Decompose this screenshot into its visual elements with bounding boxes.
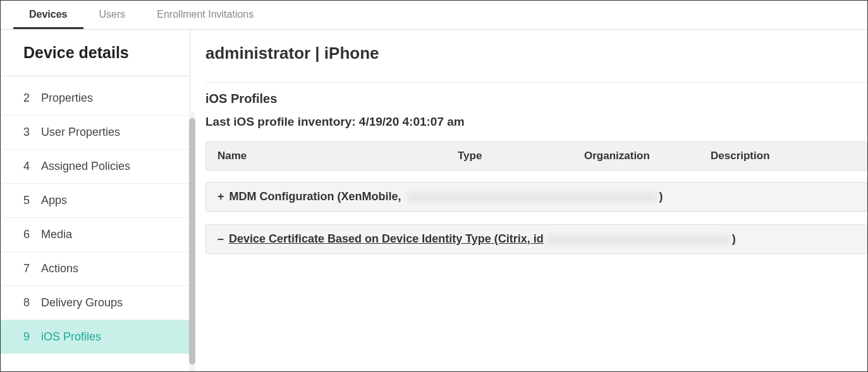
main-area: Device details 2 Properties 3 User Prope… bbox=[1, 30, 867, 371]
col-org: Organization bbox=[584, 150, 711, 162]
sidebar-title: Device details bbox=[1, 30, 190, 76]
sidebar-item-properties[interactable]: 2 Properties bbox=[1, 81, 190, 116]
sidebar-item-num: 7 bbox=[23, 262, 32, 275]
label-suffix: ) bbox=[659, 190, 663, 203]
col-name: Name bbox=[217, 150, 458, 162]
inventory-subtitle: Last iOS profile inventory: 4/19/20 4:01… bbox=[205, 115, 867, 129]
sidebar: Device details 2 Properties 3 User Prope… bbox=[1, 30, 190, 371]
sidebar-list: 2 Properties 3 User Properties 4 Assigne… bbox=[1, 81, 190, 354]
tab-devices[interactable]: Devices bbox=[13, 1, 83, 29]
sidebar-item-label: Media bbox=[41, 228, 72, 241]
sidebar-item-ios-profiles[interactable]: 9 iOS Profiles bbox=[1, 320, 190, 354]
sidebar-item-num: 8 bbox=[23, 296, 32, 309]
expand-icon: + bbox=[217, 190, 224, 203]
sidebar-item-num: 6 bbox=[23, 228, 32, 241]
sidebar-item-num: 2 bbox=[23, 92, 32, 105]
scrollbar-thumb[interactable] bbox=[189, 118, 195, 364]
sidebar-item-label: Apps bbox=[41, 194, 67, 207]
redacted-text bbox=[407, 191, 657, 203]
sidebar-item-label: Assigned Policies bbox=[41, 160, 130, 173]
collapse-icon: – bbox=[217, 232, 224, 246]
sidebar-item-label: Properties bbox=[41, 92, 93, 105]
sidebar-item-num: 9 bbox=[23, 330, 32, 344]
sidebar-item-label: User Properties bbox=[41, 126, 120, 139]
sidebar-item-num: 3 bbox=[23, 126, 32, 139]
tab-users[interactable]: Users bbox=[83, 1, 142, 29]
content: administrator | iPhone iOS Profiles Last… bbox=[190, 30, 867, 371]
tab-enrollment-invitations[interactable]: Enrollment Invitations bbox=[141, 1, 269, 29]
table-header: Name Type Organization Description bbox=[205, 141, 867, 171]
sidebar-item-label: Actions bbox=[41, 262, 78, 275]
profile-row-mdm-configuration[interactable]: + MDM Configuration (XenMobile, ) bbox=[205, 182, 867, 212]
sidebar-item-assigned-policies[interactable]: 4 Assigned Policies bbox=[1, 150, 190, 184]
divider bbox=[205, 82, 867, 83]
page-title: administrator | iPhone bbox=[205, 44, 867, 82]
sidebar-item-label: iOS Profiles bbox=[41, 330, 101, 344]
sidebar-item-apps[interactable]: 5 Apps bbox=[1, 184, 190, 218]
sidebar-item-actions[interactable]: 7 Actions bbox=[1, 252, 190, 286]
top-tabs: Devices Users Enrollment Invitations bbox=[1, 1, 867, 30]
label-prefix: MDM Configuration (XenMobile, bbox=[229, 190, 405, 203]
sidebar-item-num: 4 bbox=[23, 160, 32, 173]
redacted-text bbox=[546, 234, 730, 245]
scrollbar-track[interactable] bbox=[189, 112, 195, 372]
sidebar-item-media[interactable]: 6 Media bbox=[1, 218, 190, 252]
sidebar-item-num: 5 bbox=[23, 194, 32, 207]
profile-row-device-certificate[interactable]: – Device Certificate Based on Device Ide… bbox=[205, 224, 867, 254]
sidebar-item-delivery-groups[interactable]: 8 Delivery Groups bbox=[1, 286, 190, 320]
col-type: Type bbox=[458, 150, 584, 162]
label-prefix: Device Certificate Based on Device Ident… bbox=[229, 232, 544, 245]
profile-row-label: MDM Configuration (XenMobile, ) bbox=[229, 190, 663, 203]
profile-row-label: Device Certificate Based on Device Ident… bbox=[229, 232, 736, 246]
sidebar-item-label: Delivery Groups bbox=[41, 296, 123, 309]
sidebar-item-user-properties[interactable]: 3 User Properties bbox=[1, 116, 190, 150]
col-desc: Description bbox=[711, 150, 855, 162]
section-title: iOS Profiles bbox=[205, 92, 867, 106]
label-suffix: ) bbox=[732, 232, 736, 245]
